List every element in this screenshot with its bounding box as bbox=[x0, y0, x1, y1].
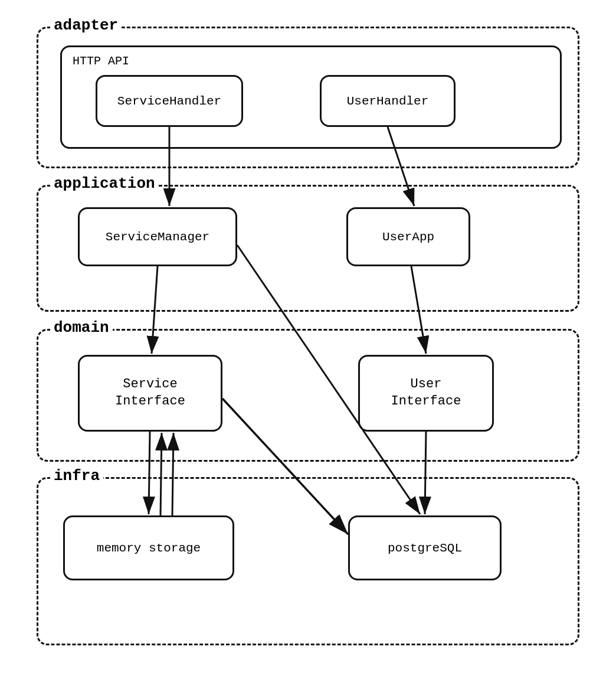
user-interface-box: UserInterface bbox=[358, 355, 494, 432]
adapter-label: adapter bbox=[50, 17, 122, 34]
user-handler-label: UserHandler bbox=[347, 94, 429, 108]
service-interface-label: ServiceInterface bbox=[115, 376, 185, 410]
user-interface-label: UserInterface bbox=[391, 376, 461, 410]
user-handler-box: UserHandler bbox=[320, 75, 456, 127]
service-handler-label: ServiceHandler bbox=[117, 94, 221, 108]
infra-label: infra bbox=[50, 467, 103, 485]
service-handler-box: ServiceHandler bbox=[96, 75, 243, 127]
application-label: application bbox=[50, 175, 159, 192]
service-manager-box: ServiceManager bbox=[78, 207, 237, 266]
memory-storage-box: memory storage bbox=[63, 515, 234, 580]
user-app-box: UserApp bbox=[346, 207, 470, 266]
user-app-label: UserApp bbox=[382, 230, 434, 244]
diagram: adapter application domain infra HTTP AP… bbox=[25, 21, 591, 658]
service-manager-label: ServiceManager bbox=[106, 230, 209, 244]
memory-storage-label: memory storage bbox=[97, 541, 201, 555]
postgresql-box: postgreSQL bbox=[348, 515, 502, 580]
service-interface-box: ServiceInterface bbox=[78, 355, 222, 432]
postgresql-label: postgreSQL bbox=[388, 541, 462, 555]
domain-label: domain bbox=[50, 319, 113, 337]
